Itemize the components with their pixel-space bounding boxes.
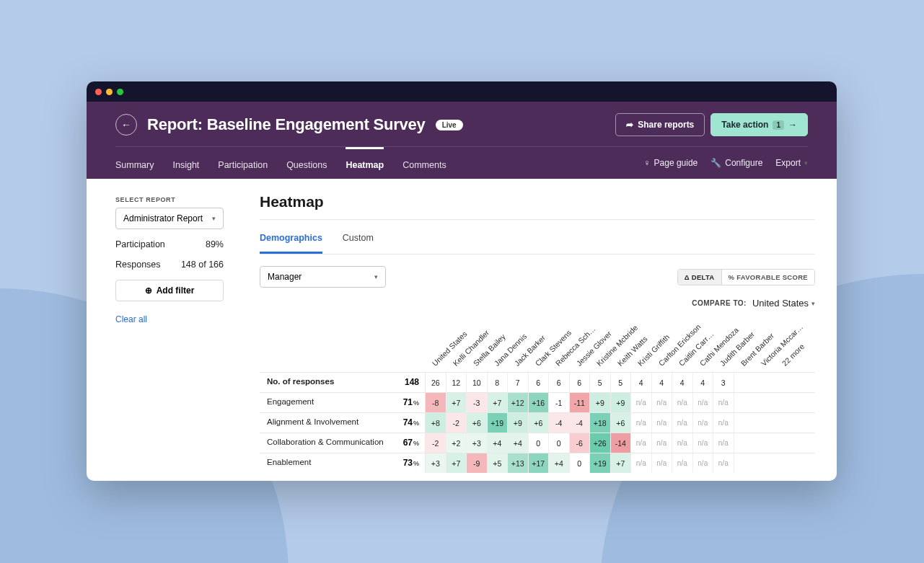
- heatmap-cell[interactable]: +3: [467, 433, 488, 453]
- heatmap-cell[interactable]: +18: [590, 413, 611, 433]
- heatmap-cell[interactable]: +4: [488, 433, 509, 453]
- heatmap-cell[interactable]: -2: [446, 413, 467, 433]
- nav-tab-participation[interactable]: Participation: [218, 147, 268, 179]
- heatmap-cell[interactable]: n/a: [713, 413, 734, 433]
- heatmap-cell[interactable]: 4: [672, 373, 693, 392]
- export-button[interactable]: Export ▾: [775, 158, 808, 168]
- heatmap-cell[interactable]: 12: [446, 373, 467, 392]
- share-reports-button[interactable]: ➦ Share reports: [615, 113, 705, 136]
- report-select[interactable]: Administrator Report ▾: [115, 208, 224, 229]
- heatmap-cell[interactable]: 0: [529, 433, 550, 453]
- heatmap-cell[interactable]: n/a: [672, 413, 693, 433]
- heatmap-cell[interactable]: 26: [426, 373, 446, 392]
- manager-select[interactable]: Manager ▾: [260, 266, 386, 288]
- nav-tab-comments[interactable]: Comments: [402, 147, 446, 179]
- heatmap-cell[interactable]: +26: [590, 433, 611, 453]
- heatmap-cell[interactable]: +7: [446, 453, 467, 473]
- toggle-delta[interactable]: Δ DELTA: [678, 270, 721, 285]
- column-header[interactable]: Carlton Erickson: [653, 324, 674, 372]
- column-header[interactable]: Rebecca Sch…: [550, 324, 571, 372]
- heatmap-cell[interactable]: 0: [570, 453, 591, 473]
- column-header[interactable]: Kristine Mcbride: [591, 324, 612, 372]
- heatmap-cell[interactable]: -11: [570, 393, 591, 412]
- heatmap-cell[interactable]: n/a: [672, 433, 693, 453]
- heatmap-cell[interactable]: +16: [529, 393, 550, 412]
- heatmap-cell[interactable]: n/a: [652, 433, 673, 453]
- heatmap-cell[interactable]: 10: [467, 373, 488, 392]
- heatmap-cell[interactable]: 8: [488, 373, 509, 392]
- heatmap-cell[interactable]: 7: [508, 373, 529, 392]
- heatmap-cell[interactable]: +6: [611, 413, 632, 433]
- sub-tab-demographics[interactable]: Demographics: [260, 223, 322, 254]
- nav-tab-heatmap[interactable]: Heatmap: [346, 147, 384, 179]
- column-header[interactable]: Clark Stevens: [529, 324, 550, 372]
- heatmap-cell[interactable]: +7: [446, 393, 467, 412]
- compare-to-select[interactable]: United States ▾: [752, 298, 815, 309]
- page-guide-button[interactable]: ♀ Page guide: [644, 158, 698, 168]
- window-close-icon[interactable]: [95, 89, 102, 95]
- heatmap-cell[interactable]: 5: [590, 373, 611, 392]
- heatmap-cell[interactable]: -8: [426, 393, 446, 412]
- heatmap-cell[interactable]: -2: [426, 433, 446, 453]
- heatmap-cell[interactable]: +9: [590, 393, 611, 412]
- heatmap-cell[interactable]: +17: [529, 453, 550, 473]
- heatmap-cell[interactable]: n/a: [693, 453, 714, 473]
- heatmap-cell[interactable]: -4: [549, 413, 570, 433]
- heatmap-cell[interactable]: 3: [713, 373, 734, 392]
- heatmap-cell[interactable]: n/a: [713, 393, 734, 412]
- heatmap-cell[interactable]: 6: [529, 373, 550, 392]
- heatmap-cell[interactable]: n/a: [713, 433, 734, 453]
- heatmap-cell[interactable]: +2: [446, 433, 467, 453]
- clear-all-link[interactable]: Clear all: [115, 314, 260, 324]
- heatmap-cell[interactable]: +6: [529, 413, 550, 433]
- heatmap-cell[interactable]: 6: [570, 373, 591, 392]
- heatmap-cell[interactable]: 0: [549, 433, 570, 453]
- heatmap-cell[interactable]: n/a: [693, 393, 714, 412]
- heatmap-cell[interactable]: n/a: [652, 393, 673, 412]
- heatmap-cell[interactable]: 6: [549, 373, 570, 392]
- heatmap-cell[interactable]: +19: [488, 413, 509, 433]
- heatmap-cell[interactable]: 4: [631, 373, 652, 392]
- heatmap-cell[interactable]: n/a: [652, 413, 673, 433]
- toggle-favorable[interactable]: % FAVORABLE SCORE: [721, 270, 815, 285]
- back-button[interactable]: ←: [115, 114, 137, 136]
- heatmap-cell[interactable]: +6: [467, 413, 488, 433]
- heatmap-cell[interactable]: -4: [570, 413, 591, 433]
- heatmap-cell[interactable]: n/a: [693, 413, 714, 433]
- heatmap-cell[interactable]: +3: [426, 453, 446, 473]
- heatmap-cell[interactable]: n/a: [672, 393, 693, 412]
- heatmap-cell[interactable]: n/a: [631, 393, 652, 412]
- heatmap-cell[interactable]: 4: [693, 373, 714, 392]
- column-header[interactable]: Jack Barker: [509, 324, 529, 372]
- column-header[interactable]: Keith Watts: [612, 324, 633, 372]
- heatmap-cell[interactable]: -1: [549, 393, 570, 412]
- heatmap-cell[interactable]: +9: [508, 413, 529, 433]
- heatmap-cell[interactable]: +19: [590, 453, 611, 473]
- heatmap-cell[interactable]: +9: [611, 393, 632, 412]
- column-header[interactable]: Victoria Mccar…: [755, 324, 776, 372]
- column-header[interactable]: Judith Barber: [714, 324, 735, 372]
- heatmap-cell[interactable]: n/a: [631, 453, 652, 473]
- heatmap-cell[interactable]: n/a: [713, 453, 734, 473]
- heatmap-cell[interactable]: +7: [488, 393, 509, 412]
- heatmap-cell[interactable]: -6: [570, 433, 591, 453]
- nav-tab-insight[interactable]: Insight: [172, 147, 199, 179]
- heatmap-cell[interactable]: +13: [508, 453, 529, 473]
- window-min-icon[interactable]: [106, 89, 113, 95]
- heatmap-cell[interactable]: +5: [488, 453, 509, 473]
- heatmap-cell[interactable]: n/a: [672, 453, 693, 473]
- configure-button[interactable]: 🔧 Configure: [710, 158, 762, 168]
- heatmap-cell[interactable]: +8: [426, 413, 446, 433]
- heatmap-cell[interactable]: -14: [611, 433, 632, 453]
- column-header[interactable]: Kristi Griffith: [632, 324, 653, 372]
- column-header[interactable]: Caitlin Carr…: [673, 324, 694, 372]
- column-header[interactable]: Stella Bailey: [467, 324, 488, 372]
- heatmap-cell[interactable]: 4: [652, 373, 673, 392]
- heatmap-cell[interactable]: +4: [549, 453, 570, 473]
- window-max-icon[interactable]: [117, 89, 123, 95]
- heatmap-cell[interactable]: n/a: [631, 413, 652, 433]
- heatmap-cell[interactable]: n/a: [652, 453, 673, 473]
- heatmap-cell[interactable]: +12: [508, 393, 529, 412]
- heatmap-cell[interactable]: 5: [611, 373, 632, 392]
- column-header[interactable]: United States: [426, 324, 447, 372]
